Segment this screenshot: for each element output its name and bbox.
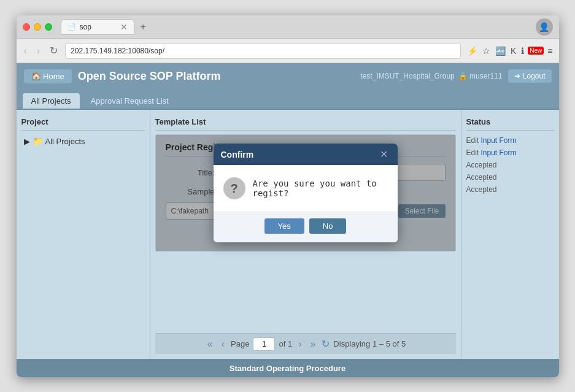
- back-button[interactable]: ‹: [21, 44, 29, 58]
- user-name: 🔒 muser111: [458, 72, 503, 80]
- template-list-header: Template List: [155, 115, 456, 131]
- tab-close-button[interactable]: ✕: [120, 22, 128, 32]
- prev-page-button[interactable]: ‹: [219, 337, 227, 351]
- folder-icon: 📁: [33, 136, 43, 146]
- page-of-label: of 1: [279, 339, 292, 348]
- modal-footer: Yes No: [214, 212, 398, 242]
- toolbar-icons: ⚡ ☆ 🔤 K ℹ New ≡: [466, 45, 554, 57]
- status-item-3: Accepted: [466, 159, 554, 171]
- forward-button[interactable]: ›: [34, 44, 42, 58]
- tree-item-label: All Projects: [45, 137, 85, 146]
- close-window-button[interactable]: [23, 23, 30, 31]
- first-page-button[interactable]: «: [205, 337, 215, 351]
- app-footer: Standard Operating Procedure: [17, 359, 559, 377]
- next-page-button[interactable]: ›: [296, 337, 304, 351]
- status-link-2[interactable]: Input Form: [481, 148, 517, 157]
- last-page-button[interactable]: »: [307, 337, 318, 351]
- kaspersky-icon[interactable]: K: [509, 45, 517, 57]
- modal-message: Are you sure you want to regist?: [253, 179, 388, 198]
- app-title: Open Source SOP Platform: [78, 70, 355, 83]
- browser-addressbar: ‹ › ↻ ⚡ ☆ 🔤 K ℹ New ≡: [17, 39, 559, 63]
- tab-bar: 📄 sop ✕ +: [61, 19, 532, 35]
- reload-button[interactable]: ↻: [47, 44, 60, 58]
- tree-expand-icon: ▶: [24, 137, 30, 146]
- status-text-4: Accepted: [466, 173, 497, 182]
- modal-no-button[interactable]: No: [309, 218, 347, 234]
- status-text-5: Accepted: [466, 185, 497, 194]
- new-tab-button[interactable]: +: [137, 20, 150, 34]
- question-icon: ?: [223, 177, 245, 199]
- maximize-window-button[interactable]: [45, 23, 52, 31]
- tab-page-icon: 📄: [68, 23, 76, 31]
- main-content: Template List Project Registration Title…: [150, 110, 461, 359]
- user-info: test_IMSUT_Hospital_Group 🔒 muser111: [360, 72, 502, 80]
- refresh-button[interactable]: ↻: [322, 338, 330, 350]
- app-content: 🏠 Home Open Source SOP Platform test_IMS…: [17, 63, 559, 377]
- address-input[interactable]: [65, 43, 461, 59]
- modal-body: ? Are you sure you want to regist?: [214, 165, 398, 212]
- browser-titlebar: 📄 sop ✕ + 👤: [17, 15, 559, 39]
- confirm-dialog: Confirm ✕ ? Are you sure you want to reg…: [214, 144, 398, 242]
- menu-icon[interactable]: ≡: [546, 45, 554, 57]
- user-group: test_IMSUT_Hospital_Group: [360, 72, 454, 80]
- display-count: Displaying 1 – 5 of 5: [333, 339, 406, 348]
- traffic-lights: [23, 23, 52, 31]
- home-button[interactable]: 🏠 Home: [24, 69, 72, 83]
- footer-text: Standard Operating Procedure: [230, 364, 345, 373]
- registration-form: Project Registration Title: Sample Selec…: [155, 134, 456, 252]
- modal-close-button[interactable]: ✕: [377, 148, 390, 160]
- info-icon[interactable]: ℹ: [520, 45, 525, 57]
- left-panel: Project ▶ 📁 All Projects: [17, 110, 150, 359]
- minimize-window-button[interactable]: [34, 23, 41, 31]
- app-body: Project ▶ 📁 All Projects Template List P…: [17, 110, 559, 359]
- tab-all-projects[interactable]: All Projects: [23, 93, 80, 109]
- tab-approval-request[interactable]: Approval Request List: [82, 93, 177, 109]
- app-header: 🏠 Home Open Source SOP Platform test_IMS…: [17, 63, 559, 89]
- logout-button[interactable]: ➜ Logout: [508, 69, 551, 83]
- all-projects-tree-item[interactable]: ▶ 📁 All Projects: [21, 134, 145, 148]
- new-badge-icon: New: [528, 47, 544, 55]
- modal-yes-button[interactable]: Yes: [264, 218, 304, 234]
- translate-icon[interactable]: 🔤: [494, 45, 507, 57]
- page-number-input[interactable]: [253, 337, 275, 351]
- modal-title: Confirm: [221, 150, 254, 159]
- browser-tab[interactable]: 📄 sop ✕: [61, 19, 134, 35]
- extension-icon[interactable]: ⚡: [466, 45, 479, 57]
- app-nav: All Projects Approval Request List: [17, 89, 559, 110]
- page-label: Page: [231, 339, 249, 348]
- status-text-2: Edit: [466, 148, 481, 157]
- status-text-1: Edit: [466, 136, 481, 145]
- status-panel: Status Edit Input Form Edit Input Form A…: [461, 110, 559, 359]
- modal-header: Confirm ✕: [214, 144, 398, 165]
- project-panel-header: Project: [21, 115, 145, 131]
- modal-overlay: Confirm ✕ ? Are you sure you want to reg…: [156, 135, 455, 251]
- status-text-3: Accepted: [466, 161, 497, 169]
- pagination-bar: « ‹ Page of 1 › » ↻ Displaying 1 – 5 of …: [155, 333, 456, 354]
- tab-title: sop: [80, 23, 91, 31]
- status-header: Status: [466, 115, 554, 131]
- status-item-5: Accepted: [466, 183, 554, 196]
- status-item-1: Edit Input Form: [466, 134, 554, 147]
- browser-user-icon: 👤: [536, 18, 553, 36]
- status-item-2: Edit Input Form: [466, 147, 554, 159]
- status-item-4: Accepted: [466, 171, 554, 183]
- status-link-1[interactable]: Input Form: [481, 136, 517, 145]
- bookmark-icon[interactable]: ☆: [481, 45, 492, 57]
